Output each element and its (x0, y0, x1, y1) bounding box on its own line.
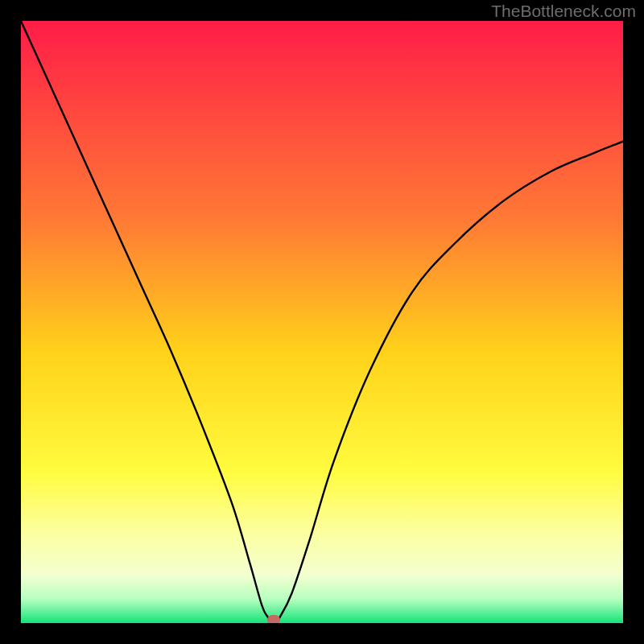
optimal-point-marker (267, 615, 280, 623)
bottleneck-curve (21, 21, 623, 623)
watermark-text: TheBottleneck.com (491, 2, 636, 21)
chart-frame: TheBottleneck.com (0, 0, 644, 644)
plot-area (21, 21, 623, 623)
